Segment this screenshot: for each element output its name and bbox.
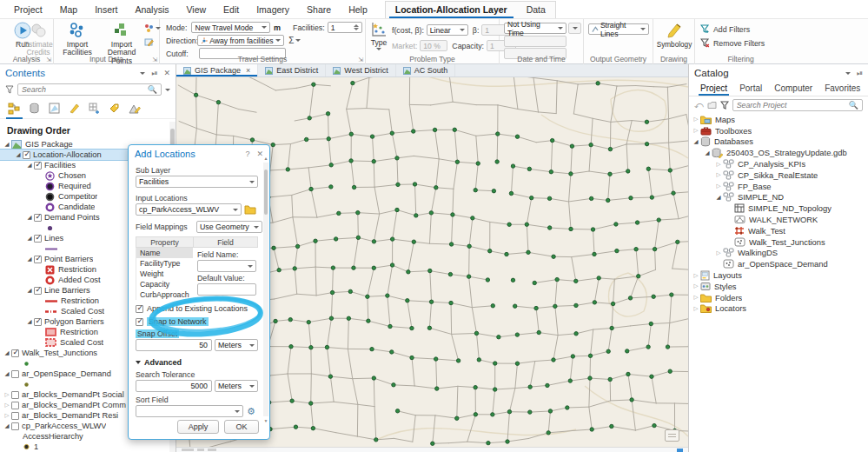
expand-icon[interactable]: ▷ xyxy=(3,391,11,398)
catalog-tree-item[interactable]: ▷Folders xyxy=(689,292,868,303)
sub-layer-combo[interactable]: Facilities xyxy=(136,176,258,188)
property-row-weight[interactable]: Weight xyxy=(136,269,193,279)
collapse-icon[interactable]: ◢ xyxy=(714,194,723,201)
expand-icon[interactable]: ▷ xyxy=(692,294,700,301)
catalog-tree-item[interactable]: SIMPLE_ND_Topology xyxy=(689,203,868,214)
view-tab-east-district[interactable]: East District xyxy=(258,64,326,76)
menu-tab-map[interactable]: Map xyxy=(51,2,86,18)
catalog-tree-item[interactable]: ▷Maps xyxy=(689,114,868,125)
menu-tab-project[interactable]: Project xyxy=(5,2,51,18)
help-icon[interactable]: ? xyxy=(245,150,249,158)
view-tab-ac-south[interactable]: AC South xyxy=(396,64,456,76)
collapse-icon[interactable]: ◢ xyxy=(25,235,34,242)
symbology-button[interactable]: Symbology xyxy=(655,21,693,49)
contents-pin-icon[interactable]: ⏯ xyxy=(151,69,157,78)
expand-icon[interactable]: ▷ xyxy=(714,171,723,178)
view-tab-gis-package[interactable]: GIS Package× xyxy=(176,64,258,76)
append-checkbox[interactable] xyxy=(136,305,143,313)
visibility-checkbox[interactable] xyxy=(34,318,42,326)
collapse-icon[interactable]: ◢ xyxy=(3,141,11,148)
fcost-combo[interactable]: Linear xyxy=(427,24,468,36)
back-icon[interactable]: ⤺ xyxy=(694,100,704,110)
catalog-tree-item[interactable]: ▷FP_Base xyxy=(689,181,868,192)
tab-data[interactable]: Data xyxy=(517,2,555,18)
input-locations-combo[interactable]: cp_ParkAccess_WLWV xyxy=(136,203,242,216)
catalog-pin-icon[interactable]: ⏯ xyxy=(857,69,863,78)
visibility-checkbox[interactable] xyxy=(11,349,19,357)
catalog-tree-item[interactable]: ▷CP_Analysis_KPIs xyxy=(689,158,868,170)
field-name-combo[interactable] xyxy=(197,260,256,272)
property-row-curbapproach[interactable]: CurbApproach xyxy=(136,289,193,300)
dialog-close-icon[interactable]: ✕ xyxy=(256,150,263,158)
collapse-icon[interactable]: ◢ xyxy=(3,349,11,356)
list-by-snapping-icon[interactable] xyxy=(87,101,102,116)
browse-folder-icon[interactable] xyxy=(244,204,256,215)
visibility-checkbox[interactable] xyxy=(11,402,19,409)
catalog-tree-item[interactable]: Walk_Test_Junctions xyxy=(689,236,868,248)
close-view-icon[interactable]: × xyxy=(246,66,250,75)
menu-tab-imagery[interactable]: Imagery xyxy=(248,2,298,18)
sort-field-combo[interactable] xyxy=(136,405,243,417)
collapse-icon[interactable]: ◢ xyxy=(14,151,23,158)
collapse-icon[interactable]: ◢ xyxy=(3,422,11,429)
catalog-tree-item[interactable]: ▷WalkingDS xyxy=(689,248,868,259)
create-features-button[interactable] xyxy=(144,23,161,34)
output-geometry-combo[interactable]: Straight Lines xyxy=(588,23,649,35)
expand-icon[interactable]: ▷ xyxy=(3,412,11,419)
catalog-tree-item[interactable]: ▷Styles xyxy=(689,281,868,292)
visibility-checkbox[interactable] xyxy=(34,235,42,243)
collapse-icon[interactable]: ◢ xyxy=(3,370,11,377)
expand-icon[interactable]: ▷ xyxy=(3,402,11,409)
list-by-editing-icon[interactable] xyxy=(67,101,82,116)
list-by-labeling-icon[interactable] xyxy=(107,101,122,116)
snap-offset-unit-combo[interactable]: Meters xyxy=(215,339,258,351)
search-tolerance-unit-combo[interactable]: Meters xyxy=(215,380,258,392)
expand-icon[interactable]: ▷ xyxy=(692,272,700,279)
catalog-tab-computer[interactable]: Computer xyxy=(768,83,818,96)
property-row-capacity[interactable]: Capacity xyxy=(136,279,193,289)
status-locate-icon[interactable] xyxy=(677,449,683,452)
filter-icon[interactable] xyxy=(5,85,14,94)
visibility-checkbox[interactable] xyxy=(11,422,19,430)
catalog-tree-item[interactable]: ▷CP_Sikka_RealEstate xyxy=(689,170,868,181)
catalog-tab-favorites[interactable]: Favorites xyxy=(818,83,866,96)
catalog-tree-item[interactable]: ar_OpenSpace_Demand xyxy=(689,258,868,269)
visibility-checkbox[interactable] xyxy=(23,151,30,159)
list-by-data-source-icon[interactable] xyxy=(27,101,42,116)
catalog-tree-item[interactable]: ◢Databases xyxy=(689,136,868,148)
catalog-tab-project[interactable]: Project xyxy=(694,83,733,96)
visibility-checkbox[interactable] xyxy=(11,370,19,378)
expand-icon[interactable]: ▷ xyxy=(692,127,700,134)
list-by-drawing-order-icon[interactable] xyxy=(7,101,22,116)
analysis-dialog-launcher-icon[interactable]: ⇲ xyxy=(46,56,51,63)
collapse-icon[interactable]: ◢ xyxy=(25,214,34,221)
ok-button[interactable]: OK xyxy=(224,420,259,434)
facilities-spinner[interactable] xyxy=(354,24,359,30)
time-options-button[interactable] xyxy=(568,23,581,34)
remove-filters-button[interactable]: Remove Filters xyxy=(700,37,765,49)
contents-close-icon[interactable]: ✕ xyxy=(163,69,170,77)
mode-combo[interactable]: New Travel Mode xyxy=(191,22,270,33)
estimate-credits-button[interactable]: Estimate Credits xyxy=(23,21,54,57)
menu-tab-share[interactable]: Share xyxy=(298,2,340,18)
visibility-checkbox[interactable] xyxy=(34,256,42,263)
contents-menu-icon[interactable] xyxy=(140,72,145,75)
search-tolerance-input[interactable]: 5000 xyxy=(136,380,212,392)
collapse-icon[interactable]: ◢ xyxy=(25,256,34,263)
time-usage-combo[interactable]: Not Using Time xyxy=(504,23,567,34)
input-data-dialog-launcher-icon[interactable]: ⇲ xyxy=(152,56,157,63)
snap-offset-input[interactable]: 50 xyxy=(136,339,212,351)
view-tab-west-district[interactable]: West District xyxy=(326,64,395,76)
direction-combo[interactable]: Away from facilities xyxy=(197,35,284,46)
travel-settings-dialog-launcher-icon[interactable]: ⇲ xyxy=(358,56,363,63)
menu-tab-insert[interactable]: Insert xyxy=(86,2,126,18)
field-mappings-combo[interactable]: Use Geometry xyxy=(196,221,262,233)
property-row-facilitytype[interactable]: FacilityType xyxy=(136,258,193,269)
facilities-input[interactable]: 1 xyxy=(328,22,362,33)
market-input[interactable]: 10 % xyxy=(420,40,447,51)
import-facilities-button[interactable]: Import Facilities xyxy=(57,21,97,57)
collapse-icon[interactable]: ◢ xyxy=(25,287,34,294)
visibility-checkbox[interactable] xyxy=(11,391,19,399)
visibility-checkbox[interactable] xyxy=(34,214,42,222)
catalog-menu-icon[interactable] xyxy=(845,72,851,75)
